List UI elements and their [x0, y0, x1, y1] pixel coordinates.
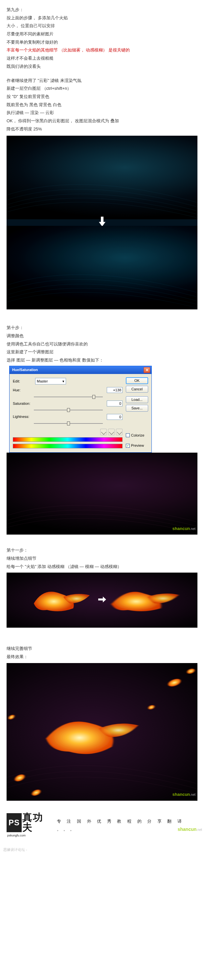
watermark: shancun.net [172, 525, 196, 533]
figure-motion-blur [6, 573, 198, 628]
colorize-checkbox[interactable]: Colorize [126, 432, 148, 439]
flame-before [24, 581, 96, 620]
text-line: 作者继续使用了 "云彩" 滤镜 来渲染气氛 [6, 77, 198, 85]
svg-point-3 [167, 677, 182, 688]
logo-ps: PS [6, 813, 22, 832]
step-11-text: 第十一步： 继续增加点细节 给每一个 "火焰" 添加 动感模糊 （滤镜 — 模糊… [0, 535, 204, 571]
text-line: OK， 你得到一张黑白的云彩图层， 改图层混合模式为 叠加 [6, 117, 198, 125]
final-text: 继续完善细节 最终效果： [0, 630, 204, 661]
eyedropper-icon[interactable] [100, 429, 107, 435]
edit-value: Master [37, 378, 48, 385]
wave-lines-decoration [6, 136, 198, 219]
lightness-slider[interactable] [34, 421, 103, 426]
preview-checkbox[interactable]: ✓ Preview [126, 442, 148, 449]
text-line: 降低不透明度 25% [6, 125, 198, 134]
step-11-title: 第十一步： [6, 546, 198, 555]
text-line: 最终效果： [6, 653, 198, 661]
eyedropper-plus-icon[interactable] [108, 429, 115, 435]
text-line: 尽量使用不同的素材图片 [6, 30, 198, 38]
preview-label: Preview [131, 442, 144, 449]
checkbox-icon [126, 433, 130, 437]
text-line: 使用调色工具你自己也可以随便调你喜欢的 [6, 340, 198, 348]
hue-saturation-dialog: Hue/Saturation ✕ Edit: Master ▾ Hue: Sat… [9, 366, 152, 453]
arrow-right-icon [98, 593, 106, 607]
load-button[interactable]: Load... [126, 396, 148, 403]
text-line: 按 "D" 复位前景背景色 [6, 93, 198, 101]
checkbox-icon: ✓ [126, 444, 130, 448]
step-10-text: 第十步： 调整颜色 使用调色工具你自己也可以随便调你喜欢的 这里新建了一个调整图… [0, 312, 204, 364]
wave-lines-decoration [6, 453, 198, 535]
save-button[interactable]: Save... [126, 405, 148, 412]
wave-lines-decoration [6, 226, 198, 309]
text-line: 继续完善细节 [6, 645, 198, 653]
text-line: 大小， 位置自己可以安排 [6, 22, 198, 30]
colorize-label: Colorize [131, 432, 144, 439]
ok-button[interactable]: OK [126, 377, 148, 384]
text-line: 这里新建了一个调整图层 [6, 348, 198, 356]
saturation-input[interactable] [107, 401, 122, 406]
dialog-titlebar[interactable]: Hue/Saturation ✕ [10, 366, 151, 374]
sub-footer: 思缘设计论坛 - [0, 845, 204, 855]
close-icon[interactable]: ✕ [143, 367, 150, 373]
text-line: 调整颜色 [6, 332, 198, 340]
saturation-slider[interactable] [34, 407, 103, 413]
text-line: 既我们讲的没看头 [6, 63, 198, 71]
logo: PS 真功夫 pskungfu.com [6, 813, 51, 838]
watermark: shancun.net [172, 791, 196, 799]
text-line: 继续增加点细节 [6, 555, 198, 563]
dialog-title: Hue/Saturation [12, 366, 38, 373]
text-line: 新建一层空白图层 （ctrl+shift+n） [6, 84, 198, 93]
hue-strip-top [13, 437, 122, 442]
hue-strip-bottom [13, 444, 122, 449]
cancel-button[interactable]: Cancel [126, 386, 148, 393]
text-line: 既前景色为 黑色 背景色 白色 [6, 101, 198, 109]
text-line: 执行滤镜 — 渲染 — 云彩 [6, 109, 198, 117]
figure-step10-result: shancun.net [6, 453, 198, 535]
svg-point-4 [148, 704, 155, 710]
step-9-title: 第九步： [6, 6, 198, 14]
lightness-input[interactable] [107, 414, 122, 420]
figure-final-result: shancun.net [6, 663, 198, 801]
saturation-label: Saturation: [13, 400, 34, 407]
flame-after [108, 581, 180, 620]
figure-step9-clouds [6, 136, 198, 309]
logo-text: 真功夫 [22, 813, 51, 832]
hue-label: Hue: [13, 387, 34, 394]
page-footer: PS 真功夫 pskungfu.com 专 注 国 外 优 秀 教 程 的 分 … [0, 803, 204, 845]
watermark: shancun.net [178, 825, 202, 834]
text-line: 不要简单的复制刚才做好的 [6, 38, 198, 46]
text-line: 选择 图层 — 新调整图层 — 色相饱和度 数值如下： [6, 356, 198, 364]
edit-dropdown[interactable]: Master ▾ [35, 378, 66, 385]
eyedropper-minus-icon[interactable] [116, 429, 122, 435]
chevron-down-icon: ▾ [63, 378, 64, 385]
step-9-text: 第九步： 按上面的步骤， 多添加几个火焰 大小， 位置自己可以安排 尽量使用不同… [0, 0, 204, 133]
text-line: 按上面的步骤， 多添加几个火焰 [6, 14, 198, 22]
hue-slider[interactable] [34, 394, 103, 399]
final-artwork [6, 663, 198, 801]
logo-url: pskungfu.com [7, 833, 51, 838]
svg-point-0 [14, 773, 26, 783]
eyedropper-group [13, 429, 122, 435]
text-line: 给每一个 "火焰" 添加 动感模糊 （滤镜 — 模糊 — 动感模糊） [6, 563, 198, 571]
edit-label: Edit: [13, 378, 34, 385]
text-line-emphasis: 丰富每一个火焰的其他细节 （比如烟雾， 动感模糊） 是很关键的 [6, 46, 198, 54]
hue-input[interactable] [107, 387, 122, 393]
lightness-label: Lightness: [13, 413, 34, 420]
svg-point-2 [8, 714, 15, 720]
footer-tagline: 专 注 国 外 优 秀 教 程 的 分 享 翻 译 。。。 [57, 818, 198, 834]
svg-point-5 [186, 668, 195, 675]
svg-point-1 [31, 788, 42, 797]
step-10-title: 第十步： [6, 324, 198, 332]
text-line: 这样才不会看上去很粗糙 [6, 54, 198, 63]
